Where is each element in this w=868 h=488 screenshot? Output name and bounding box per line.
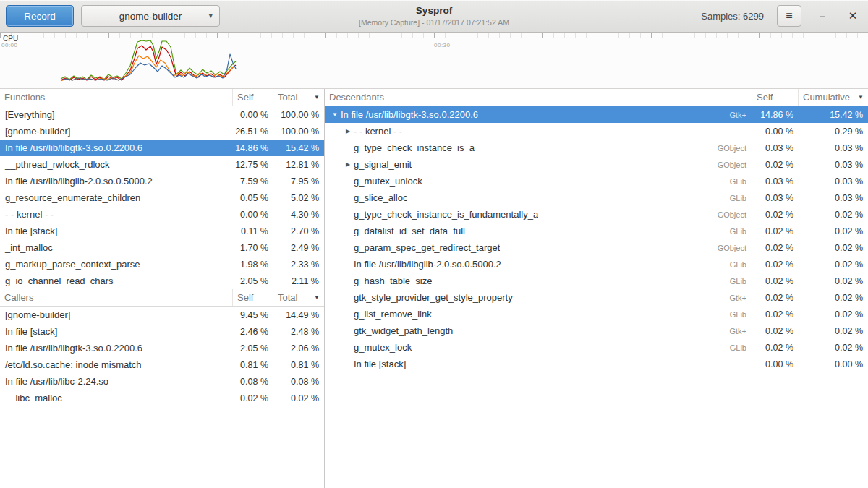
functions-column-header[interactable]: Functions [0,89,233,106]
tree-expander-icon[interactable]: ▼ [329,111,341,118]
record-button[interactable]: Record [6,5,74,27]
descendant-row[interactable]: g_type_check_instance_is_fundamentally_a… [325,206,868,223]
caller-row[interactable]: In file /usr/lib/libgtk-3.so.0.2200.6 2.… [0,340,324,356]
function-name: [gnome-builder] [0,126,233,137]
descendant-self-percent: 0.02 % [752,243,799,253]
library-category-label: Gtk+ [722,327,752,335]
menu-button[interactable]: ≡ [777,5,801,27]
functions-self-column-header[interactable]: Self [233,89,273,106]
descendant-row[interactable]: g_param_spec_get_redirect_target GObject… [325,239,868,256]
function-name: [Everything] [0,109,233,120]
descendant-row[interactable]: ▼ In file /usr/lib/libgtk-3.so.0.2200.6 … [325,106,868,123]
descendant-row[interactable]: g_datalist_id_set_data_full GLib 0.02 % … [325,223,868,239]
descendants-self-column-header[interactable]: Self [752,89,799,106]
window-subtitle: [Memory Capture] - 01/17/2017 07:21:52 A… [359,18,509,27]
function-self-percent: 14.86 % [233,143,273,153]
descendants-table: ▼ In file /usr/lib/libgtk-3.so.0.2200.6 … [325,106,868,372]
caller-name: In file [stack] [0,326,233,337]
descendants-cumulative-column-header[interactable]: Cumulative ▼ [799,89,868,106]
caller-row[interactable]: [gnome-builder] 9.45 % 14.49 % [0,307,324,323]
caller-total-percent: 0.81 % [273,360,324,370]
descendant-self-percent: 0.02 % [752,260,799,270]
sort-indicator-icon: ▼ [311,294,320,301]
caller-row[interactable]: In file /usr/lib/libc-2.24.so 0.08 % 0.0… [0,373,324,390]
callers-table: [gnome-builder] 9.45 % 14.49 % In file [… [0,307,324,406]
function-row[interactable]: g_markup_parse_context_parse 1.98 % 2.33… [0,256,324,273]
timeline-time-start: 00:00 [1,42,18,48]
caller-row[interactable]: /etc/ld.so.cache: inode mismatch 0.81 % … [0,356,324,373]
function-row[interactable]: - - kernel - - 0.00 % 4.30 % [0,206,324,223]
function-total-percent: 2.11 % [273,276,324,286]
callers-column-header[interactable]: Callers [0,289,233,306]
caller-total-percent: 2.06 % [273,343,324,354]
descendant-cumulative-percent: 0.02 % [799,293,868,303]
descendants-cumulative-header-label: Cumulative [803,92,850,103]
descendant-cumulative-percent: 0.29 % [799,127,868,137]
function-row[interactable]: g_resource_enumerate_children 0.05 % 5.0… [0,189,324,206]
descendant-name-cell: g_mutex_lock GLib [325,342,752,353]
library-category-label: GObject [710,144,752,153]
functions-table: [Everything] 0.00 % 100.00 % [gnome-buil… [0,106,324,289]
descendant-row[interactable]: g_type_check_instance_is_a GObject 0.03 … [325,140,868,156]
descendant-row[interactable]: In file /usr/lib/libglib-2.0.so.0.5000.2… [325,256,868,273]
descendant-row[interactable]: g_hash_table_size GLib 0.02 % 0.02 % [325,273,868,289]
function-row[interactable]: [Everything] 0.00 % 100.00 % [0,106,324,123]
caller-row[interactable]: __libc_malloc 0.02 % 0.02 % [0,390,324,406]
window-title-area: Sysprof [Memory Capture] - 01/17/2017 07… [359,5,509,27]
library-category-label: GObject [710,160,752,169]
function-row[interactable]: In file /usr/lib/libgtk-3.so.0.2200.6 14… [0,140,324,156]
process-selector-label: gnome-builder [82,11,219,22]
descendant-name: In file /usr/lib/libglib-2.0.so.0.5000.2 [354,259,501,270]
caller-self-percent: 2.05 % [233,343,273,354]
function-name: In file /usr/lib/libgtk-3.so.0.2200.6 [0,142,233,153]
tree-expander-icon[interactable]: ▶ [342,161,354,168]
descendant-row[interactable]: g_slice_alloc GLib 0.03 % 0.03 % [325,189,868,206]
function-row[interactable]: _int_malloc 1.70 % 2.49 % [0,239,324,256]
function-self-percent: 2.05 % [233,276,273,286]
process-selector-dropdown[interactable]: gnome-builder ▾ [81,5,220,27]
sort-indicator-icon: ▼ [855,94,864,100]
descendant-row[interactable]: ▶ g_signal_emit GObject 0.02 % 0.03 % [325,156,868,173]
chevron-down-icon: ▾ [208,11,213,20]
callers-total-column-header[interactable]: Total ▼ [273,289,324,306]
descendant-row[interactable]: In file [stack] 0.00 % 0.00 % [325,356,868,372]
caller-name: __libc_malloc [0,393,233,403]
descendant-row[interactable]: g_mutex_unlock GLib 0.03 % 0.03 % [325,173,868,189]
descendant-self-percent: 0.02 % [752,293,799,303]
tree-expander-icon[interactable]: ▶ [342,128,354,134]
function-row[interactable]: g_io_channel_read_chars 2.05 % 2.11 % [0,273,324,289]
cpu-timeline[interactable]: CPU 00:00 00:30 [0,33,868,89]
function-row[interactable]: In file [stack] 0.11 % 2.70 % [0,223,324,239]
descendant-cumulative-percent: 0.03 % [799,193,868,203]
descendant-row[interactable]: gtk_widget_path_length Gtk+ 0.02 % 0.02 … [325,322,868,339]
close-button[interactable]: ✕ [843,7,862,25]
function-total-percent: 12.81 % [273,160,324,170]
descendants-column-header[interactable]: Descendants [325,89,752,106]
descendant-cumulative-percent: 0.02 % [799,276,868,286]
descendant-name-cell: ▶ - - kernel - - [325,126,752,137]
function-row[interactable]: In file /usr/lib/libglib-2.0.so.0.5000.2… [0,173,324,189]
descendant-name-cell: gtk_widget_path_length Gtk+ [325,325,752,336]
library-category-label: GLib [723,310,752,319]
descendant-row[interactable]: gtk_style_provider_get_style_property Gt… [325,289,868,306]
functions-total-column-header[interactable]: Total ▼ [273,89,324,106]
function-row[interactable]: [gnome-builder] 26.51 % 100.00 % [0,123,324,140]
samples-count: Samples: 6299 [701,11,764,22]
descendant-row[interactable]: g_list_remove_link GLib 0.02 % 0.02 % [325,306,868,322]
minimize-icon: − [820,10,826,22]
descendant-name-cell: In file [stack] [325,359,752,369]
descendant-name: g_slice_alloc [354,192,407,203]
descendant-name-cell: gtk_style_provider_get_style_property Gt… [325,292,752,303]
function-name: g_markup_parse_context_parse [0,259,233,270]
callers-self-header-label: Self [237,292,253,303]
descendant-row[interactable]: ▶ - - kernel - - 0.00 % 0.29 % [325,123,868,140]
callers-self-column-header[interactable]: Self [233,289,273,306]
minimize-button[interactable]: − [813,7,832,25]
descendant-self-percent: 0.03 % [752,193,799,203]
function-row[interactable]: __pthread_rwlock_rdlock 12.75 % 12.81 % [0,156,324,173]
caller-row[interactable]: In file [stack] 2.46 % 2.48 % [0,323,324,340]
library-category-label: Gtk+ [722,111,752,119]
descendant-row[interactable]: g_mutex_lock GLib 0.02 % 0.02 % [325,339,868,356]
function-self-percent: 1.98 % [233,260,273,270]
library-category-label: Gtk+ [722,294,752,302]
